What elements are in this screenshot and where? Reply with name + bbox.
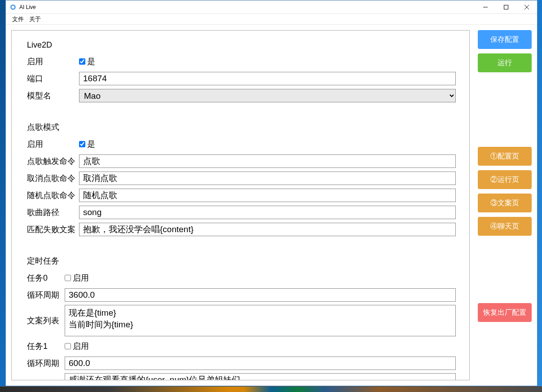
app-icon (9, 4, 17, 11)
checkbox-song-enable[interactable]: 是 (79, 139, 95, 150)
input-song-trigger[interactable] (79, 154, 456, 168)
menu-about[interactable]: 关于 (29, 15, 41, 23)
group-title-live2d: Live2D (27, 40, 456, 50)
label-live2d-enable: 启用 (27, 56, 79, 67)
label-task1: 任务1 (27, 341, 65, 352)
window-controls (475, 0, 537, 13)
page-chat-button[interactable]: ④聊天页 (478, 217, 532, 236)
group-title-schedule: 定时任务 (27, 255, 456, 266)
input-song-cancel[interactable] (79, 172, 456, 185)
group-title-song: 点歌模式 (27, 122, 456, 132)
label-live2d-model: 模型名 (27, 90, 79, 101)
save-config-button[interactable]: 保存配置 (478, 30, 532, 49)
taskbar[interactable] (0, 386, 542, 392)
checkbox-song-enable-text: 是 (87, 139, 95, 150)
page-copy-button[interactable]: ③文案页 (478, 194, 532, 212)
main-scroll-area[interactable]: Live2D 启用 是 端口 模型名 Mao (12, 31, 469, 380)
label-song-fail: 匹配失败文案 (27, 224, 79, 235)
label-task0-copy: 文案列表 (27, 315, 65, 326)
page-run-button[interactable]: ②运行页 (478, 170, 532, 189)
app-body: Live2D 启用 是 端口 模型名 Mao (6, 25, 537, 386)
maximize-button[interactable] (496, 0, 516, 13)
checkbox-task0-enable[interactable]: 启用 (65, 273, 89, 283)
textarea-task0-copy[interactable] (65, 305, 456, 336)
label-song-random: 随机点歌命令 (27, 190, 79, 201)
minimize-button[interactable] (475, 0, 496, 13)
checkbox-live2d-enable-text: 是 (87, 56, 95, 67)
input-song-fail[interactable] (79, 223, 456, 236)
input-task1-copy[interactable] (65, 373, 456, 380)
svg-rect-3 (504, 5, 508, 9)
checkbox-task0-enable-text: 启用 (73, 273, 89, 283)
checkbox-live2d-enable[interactable]: 是 (79, 56, 95, 67)
label-task0-cycle: 循环周期 (27, 290, 65, 300)
input-task0-cycle[interactable] (65, 288, 456, 302)
checkbox-task1-enable-text: 启用 (73, 341, 89, 352)
label-live2d-port: 端口 (27, 73, 79, 84)
input-song-random[interactable] (79, 189, 456, 202)
input-song-path[interactable] (79, 206, 456, 219)
titlebar[interactable]: AI Live (6, 0, 537, 14)
checkbox-task0-enable-input[interactable] (65, 275, 71, 281)
label-task0: 任务0 (27, 273, 65, 283)
checkbox-song-enable-input[interactable] (79, 141, 85, 147)
run-button[interactable]: 运行 (478, 53, 532, 72)
factory-reset-button[interactable]: 恢复出厂配置 (478, 303, 532, 322)
label-song-path: 歌曲路径 (27, 207, 79, 218)
input-task1-cycle[interactable] (65, 357, 456, 370)
checkbox-task1-enable[interactable]: 启用 (65, 341, 89, 352)
window-title: AI Live (19, 4, 475, 10)
main-panel: Live2D 启用 是 端口 模型名 Mao (11, 30, 470, 380)
select-live2d-model[interactable]: Mao (79, 89, 456, 102)
checkbox-live2d-enable-input[interactable] (79, 58, 85, 65)
label-song-trigger: 点歌触发命令 (27, 156, 79, 167)
checkbox-task1-enable-input[interactable] (65, 343, 71, 349)
label-song-enable: 启用 (27, 139, 79, 150)
app-window: AI Live 文件 关于 Live2D 启用 (5, 0, 538, 386)
input-live2d-port[interactable] (79, 72, 456, 85)
side-panel: 保存配置 运行 ①配置页 ②运行页 ③文案页 ④聊天页 恢复出厂配置 (478, 30, 532, 380)
label-song-cancel: 取消点歌命令 (27, 173, 79, 184)
menubar: 文件 关于 (6, 14, 537, 25)
menu-file[interactable]: 文件 (12, 15, 24, 23)
svg-point-1 (12, 6, 14, 9)
label-task1-cycle: 循环周期 (27, 358, 65, 369)
close-button[interactable] (516, 0, 537, 13)
page-config-button[interactable]: ①配置页 (478, 147, 532, 166)
